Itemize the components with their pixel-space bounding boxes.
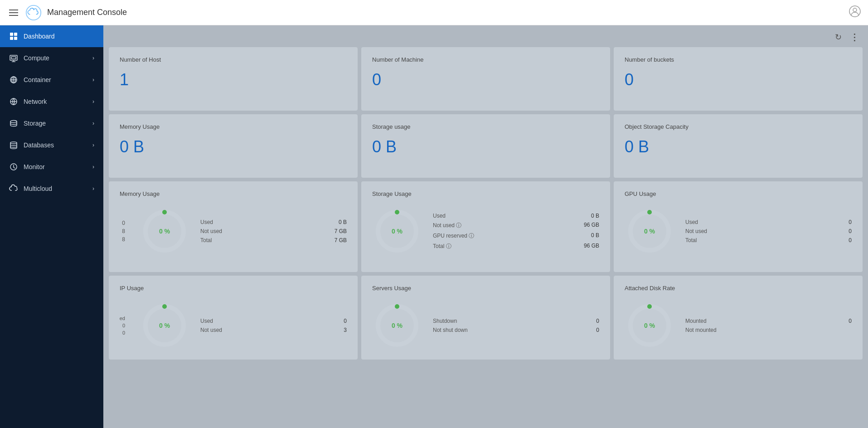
- gauge-stat-row: Not used 3: [200, 327, 347, 333]
- sidebar-label-databases: Databases: [24, 141, 54, 149]
- main-layout: Dashboard Compute › Container ›: [0, 25, 868, 428]
- sidebar-label-multicloud: Multicloud: [24, 185, 52, 192]
- gauge-row: ed 0 0 0 % Used 0: [120, 297, 347, 350]
- sidebar-label-container: Container: [24, 76, 51, 83]
- svg-rect-3: [10, 33, 13, 36]
- sidebar-item-container[interactable]: Container ›: [0, 69, 103, 91]
- user-icon[interactable]: [849, 5, 861, 20]
- gauge-row: 0 8 8 0 % Used: [120, 203, 347, 256]
- sidebar-label-monitor: Monitor: [24, 163, 45, 170]
- card-attached-disk: Attached Disk Rate 0 % Mounted 0: [614, 276, 863, 360]
- card-num-buckets: Number of buckets 0: [614, 47, 863, 111]
- gauge-row: 0 % Shutdown 0 Not shut down 0: [372, 297, 599, 350]
- gauge-stat-row: GPU reserved ⓘ 0 B: [433, 232, 599, 240]
- card-value: 1: [120, 70, 347, 89]
- sidebar-item-storage[interactable]: Storage ›: [0, 112, 103, 134]
- chevron-icon: ›: [92, 185, 94, 192]
- card-title: Memory Usage: [120, 123, 347, 130]
- chevron-icon: ›: [92, 98, 94, 105]
- card-title: Storage usage: [372, 123, 599, 130]
- gauge-stat-row: Not mounted: [685, 327, 852, 333]
- card-value: 0: [625, 70, 852, 89]
- gauge-stat-row: Used 0 B: [200, 219, 347, 225]
- gauge-stat-row: Not shut down 0: [433, 327, 599, 333]
- gauge-title: Servers Usage: [372, 285, 599, 292]
- multicloud-icon: [9, 184, 18, 193]
- card-value: 0 B: [625, 137, 852, 156]
- gauge-stat-row: Used 0 B: [433, 213, 599, 219]
- chevron-icon: ›: [92, 164, 94, 170]
- gauge-stat-row: Total 7 GB: [200, 237, 347, 243]
- network-icon: [9, 97, 18, 106]
- gauge-stats: Mounted 0 Not mounted: [685, 318, 852, 333]
- card-ip-usage: IP Usage ed 0 0 0 %: [109, 276, 358, 360]
- card-title: Number of Machine: [372, 56, 599, 63]
- gauge-stat-row: Not used 0: [685, 228, 852, 234]
- card-title: Number of buckets: [625, 56, 852, 63]
- chevron-icon: ›: [92, 120, 94, 126]
- card-object-storage: Object Storage Capacity 0 B: [614, 114, 863, 178]
- sidebar-label-network: Network: [24, 98, 47, 105]
- gauge-title: Storage Usage: [372, 190, 599, 197]
- svg-point-0: [26, 5, 41, 19]
- sidebar-label-dashboard: Dashboard: [24, 33, 55, 40]
- content-topbar: ↻ ⋮: [109, 31, 863, 44]
- sidebar-label-compute: Compute: [24, 54, 49, 62]
- gauge-title: Memory Usage: [120, 190, 347, 197]
- sidebar-item-databases[interactable]: Databases ›: [0, 134, 103, 156]
- card-num-host: Number of Host 1: [109, 47, 358, 111]
- gauge-stat-row: Not used ⓘ 96 GB: [433, 222, 599, 229]
- gauge-stat-row: Not used 7 GB: [200, 228, 347, 234]
- gauge-stats: Used 0 Not used 3: [200, 318, 347, 333]
- gauge-stat-row: Mounted 0: [685, 318, 852, 324]
- gauge-title: Attached Disk Rate: [625, 285, 852, 292]
- gauge-stat-row: Shutdown 0: [433, 318, 599, 324]
- partial-numbers: ed 0 0: [115, 316, 129, 336]
- sidebar-item-dashboard[interactable]: Dashboard: [0, 25, 103, 47]
- sidebar-item-multicloud[interactable]: Multicloud ›: [0, 178, 103, 199]
- monitor-icon: [9, 162, 18, 171]
- sidebar-item-monitor[interactable]: Monitor ›: [0, 156, 103, 178]
- card-memory-gauge: Memory Usage 0 8 8 0 %: [109, 181, 358, 272]
- servers-gauge-circle: 0 %: [372, 301, 422, 350]
- svg-rect-4: [14, 33, 17, 36]
- svg-point-13: [10, 142, 17, 144]
- sidebar: Dashboard Compute › Container ›: [0, 25, 103, 428]
- gauge-stat-row: Used 0: [200, 318, 347, 324]
- partial-numbers: 0 8 8: [115, 220, 129, 243]
- chevron-icon: ›: [92, 77, 94, 83]
- header: Management Console: [0, 0, 868, 25]
- sidebar-item-compute[interactable]: Compute ›: [0, 47, 103, 69]
- gauge-stats: Used 0 B Not used ⓘ 96 GB GPU reserved ⓘ…: [433, 213, 599, 250]
- chevron-icon: ›: [92, 142, 94, 148]
- gauge-stats: Used 0 Not used 0 Total 0: [685, 219, 852, 243]
- gauge-percent: 0 %: [644, 228, 655, 235]
- app-logo: [25, 5, 42, 21]
- card-value: 0 B: [372, 137, 599, 156]
- gauge-percent: 0 %: [159, 228, 170, 235]
- svg-point-12: [10, 121, 17, 123]
- databases-icon: [9, 141, 18, 150]
- gauge-row: 0 % Used 0 Not used 0 Total 0: [625, 203, 852, 256]
- compute-icon: [9, 54, 18, 63]
- card-value: 0: [372, 70, 599, 89]
- card-servers-usage: Servers Usage 0 % Shutdown 0: [361, 276, 610, 360]
- header-actions: [849, 5, 861, 20]
- ip-gauge-circle: 0 %: [140, 301, 189, 350]
- more-options-icon[interactable]: ⋮: [848, 31, 861, 44]
- card-num-machine: Number of Machine 0: [361, 47, 610, 111]
- refresh-icon[interactable]: ↻: [832, 31, 844, 44]
- disk-gauge-circle: 0 %: [625, 301, 674, 350]
- svg-rect-6: [14, 37, 17, 40]
- gauge-title: IP Usage: [120, 285, 347, 292]
- card-storage-bytes: Storage usage 0 B: [361, 114, 610, 178]
- svg-point-2: [853, 8, 857, 12]
- sidebar-item-network[interactable]: Network ›: [0, 91, 103, 112]
- gauge-percent: 0 %: [159, 322, 170, 329]
- gauge-row: 0 % Used 0 B Not used ⓘ 96 GB GPU reserv…: [372, 203, 599, 256]
- card-value: 0 B: [120, 137, 347, 156]
- dashboard-icon: [9, 32, 18, 41]
- menu-button[interactable]: [7, 8, 20, 18]
- storage-gauge-circle: 0 %: [372, 206, 422, 256]
- svg-rect-5: [10, 37, 13, 40]
